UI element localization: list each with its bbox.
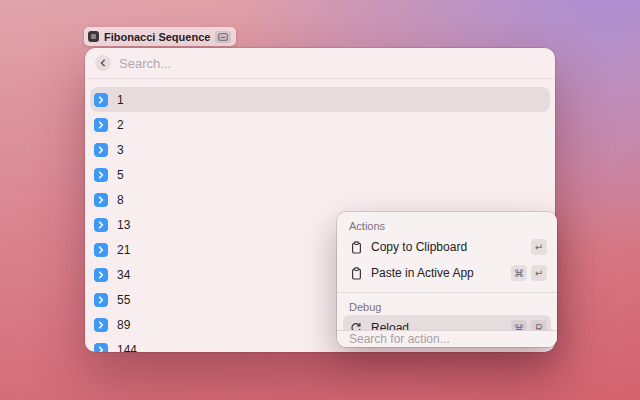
list-item-label: 8: [117, 193, 124, 207]
run-command-icon: [94, 293, 108, 307]
search-bar: Search...: [85, 48, 555, 79]
action-paste-in-active-app[interactable]: Paste in Active App ⌘ ↵: [343, 260, 551, 286]
list-item-label: 2: [117, 118, 124, 132]
pill-title: Fibonacci Sequence: [104, 31, 210, 43]
run-command-icon: [94, 268, 108, 282]
tray-icon[interactable]: [215, 31, 231, 43]
list-item-label: 1: [117, 93, 124, 107]
run-command-icon: [94, 118, 108, 132]
back-button[interactable]: [95, 55, 111, 71]
run-command-icon: [94, 318, 108, 332]
search-input[interactable]: Search...: [119, 56, 171, 71]
list-item-label: 144: [117, 343, 137, 352]
list-item-label: 34: [117, 268, 130, 282]
section-header-debug: Debug: [337, 293, 557, 315]
list-item-label: 5: [117, 168, 124, 182]
run-command-icon: [94, 143, 108, 157]
list-item[interactable]: 2: [90, 112, 550, 137]
action-copy-to-clipboard[interactable]: Copy to Clipboard ↵: [343, 234, 551, 260]
run-command-icon: [94, 218, 108, 232]
clipboard-icon: [349, 267, 363, 280]
run-command-icon: [94, 93, 108, 107]
run-command-icon: [94, 193, 108, 207]
run-command-icon: [94, 243, 108, 257]
list-item-label: 89: [117, 318, 130, 332]
list-item[interactable]: 5: [90, 162, 550, 187]
running-command-pill[interactable]: Fibonacci Sequence: [84, 27, 236, 46]
action-search-bar: Search for action...: [337, 330, 557, 347]
key-command: ⌘: [511, 265, 527, 281]
list-item-label: 21: [117, 243, 130, 257]
chevron-left-icon: [99, 59, 107, 67]
action-search-input[interactable]: Search for action...: [349, 332, 450, 346]
list-item[interactable]: 8: [90, 187, 550, 212]
key-return: ↵: [531, 239, 547, 255]
action-label: Copy to Clipboard: [371, 240, 527, 254]
extension-icon: [88, 31, 99, 42]
list-item-label: 3: [117, 143, 124, 157]
key-return: ↵: [531, 265, 547, 281]
clipboard-icon: [349, 241, 363, 254]
list-item[interactable]: 3: [90, 137, 550, 162]
list-item-label: 13: [117, 218, 130, 232]
desktop-wallpaper: Fibonacci Sequence Search... 1 2 3: [0, 0, 640, 400]
action-label: Paste in Active App: [371, 266, 507, 280]
list-item[interactable]: 1: [90, 87, 550, 112]
run-command-icon: [94, 168, 108, 182]
run-command-icon: [94, 343, 108, 352]
section-header-actions: Actions: [337, 212, 557, 234]
actions-panel: Actions Copy to Clipboard ↵ Paste in Act…: [337, 212, 557, 347]
list-item-label: 55: [117, 293, 130, 307]
